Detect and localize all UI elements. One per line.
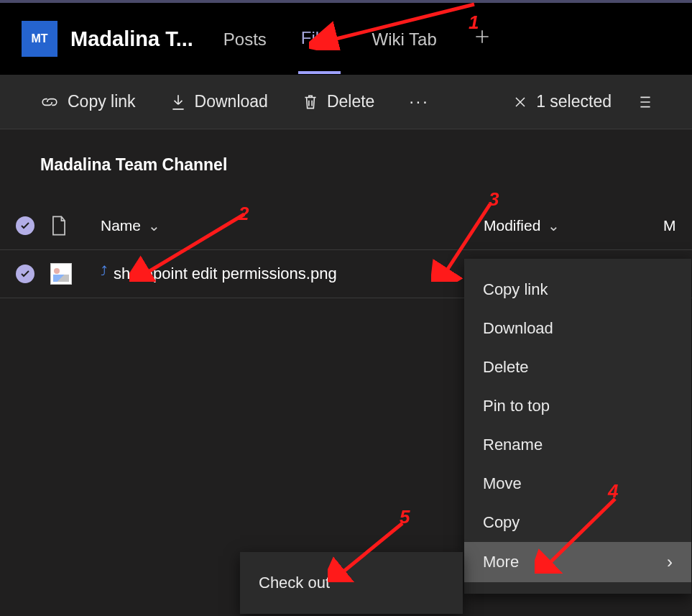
- close-icon: [513, 95, 527, 109]
- ctx-label: Download: [483, 319, 553, 338]
- tab-posts[interactable]: Posts: [221, 5, 269, 73]
- ctx-more[interactable]: More ›: [464, 542, 691, 582]
- context-submenu: Check out: [240, 552, 463, 614]
- column-header-more: M: [663, 217, 692, 234]
- ctx-move[interactable]: Move: [464, 464, 691, 503]
- ctx-label: More: [483, 553, 519, 571]
- ctx-label: Copy: [483, 513, 520, 532]
- add-tab-button[interactable]: [469, 27, 496, 51]
- name-header-label: Name: [101, 217, 141, 234]
- share-indicator-icon: ⤴: [101, 268, 112, 280]
- chevron-right-icon: ›: [667, 552, 673, 572]
- ctx-label: Delete: [483, 358, 529, 377]
- ellipsis-icon: ···: [434, 262, 455, 285]
- ctx-pin-to-top[interactable]: Pin to top: [464, 387, 691, 426]
- download-label: Download: [195, 92, 268, 111]
- ctx-delete[interactable]: Delete: [464, 348, 691, 387]
- command-bar: Copy link Download Delete ··· 1 selected: [0, 75, 692, 129]
- team-title: Madalina T...: [70, 27, 193, 51]
- row-checkbox[interactable]: [16, 265, 34, 283]
- plus-icon: [473, 27, 492, 46]
- ctx-label: Copy link: [483, 280, 548, 299]
- chevron-down-icon: ⌄: [148, 217, 160, 234]
- ctx-download[interactable]: Download: [464, 309, 691, 348]
- ellipsis-icon: ···: [409, 92, 429, 111]
- breadcrumb[interactable]: Madalina Team Channel: [0, 129, 692, 182]
- ctx-label: Move: [483, 474, 522, 493]
- trash-icon: [303, 93, 318, 111]
- view-options-button[interactable]: [639, 94, 652, 110]
- tab-files[interactable]: Files: [298, 4, 341, 74]
- row-actions-button[interactable]: ···: [434, 262, 455, 285]
- delete-label: Delete: [327, 92, 374, 111]
- file-type-icon: [50, 215, 68, 236]
- ctx-copy[interactable]: Copy: [464, 503, 691, 542]
- link-icon: [40, 95, 59, 109]
- column-header-name[interactable]: Name ⌄: [101, 217, 160, 234]
- copylink-label: Copy link: [68, 92, 136, 111]
- chevron-down-icon: ⌄: [548, 217, 560, 234]
- context-menu: Copy link Download Delete Pin to top Ren…: [464, 259, 691, 594]
- ctx-rename[interactable]: Rename: [464, 426, 691, 464]
- team-avatar[interactable]: MT: [22, 21, 57, 57]
- image-file-icon: [50, 263, 72, 285]
- ctx-copy-link[interactable]: Copy link: [464, 270, 691, 309]
- selection-count: 1 selected: [536, 92, 612, 111]
- ctx-label: Pin to top: [483, 397, 550, 415]
- download-icon: [170, 93, 186, 111]
- modified-header-label: Modified: [484, 217, 540, 234]
- check-icon: [19, 268, 31, 280]
- column-header-row: Name ⌄ Modified ⌄ M: [0, 196, 692, 250]
- annotation-label-5: 5: [400, 506, 410, 528]
- overflow-button[interactable]: ···: [409, 92, 429, 111]
- clear-selection-button[interactable]: 1 selected: [513, 92, 612, 111]
- file-name: sharepoint edit permissions.png: [114, 265, 337, 283]
- ctx-label: Rename: [483, 436, 543, 454]
- column-header-modified[interactable]: Modified ⌄: [462, 217, 663, 234]
- tab-wiki[interactable]: Wiki Tab: [369, 5, 440, 73]
- select-all-checkbox[interactable]: [16, 216, 34, 235]
- check-icon: [19, 220, 31, 231]
- delete-button[interactable]: Delete: [303, 92, 374, 111]
- hamburger-icon: [639, 94, 652, 110]
- ctx-check-out[interactable]: Check out: [240, 569, 463, 597]
- channel-header: MT Madalina T... Posts Files Wiki Tab: [0, 0, 692, 75]
- download-button[interactable]: Download: [170, 92, 268, 111]
- copylink-button[interactable]: Copy link: [40, 92, 136, 111]
